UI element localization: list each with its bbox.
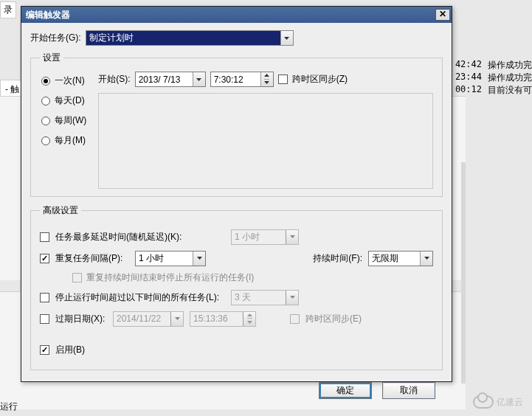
duration-label: 持续时间(F): xyxy=(313,252,362,265)
ok-button[interactable]: 确定 xyxy=(319,382,372,399)
start-time-value: 7:30:12 xyxy=(211,74,260,85)
radio-icon xyxy=(41,77,50,86)
begin-task-label: 开始任务(G): xyxy=(30,32,81,44)
cancel-button[interactable]: 取消 xyxy=(382,382,435,399)
duration-combo[interactable]: 无限期 xyxy=(368,251,433,266)
expire-time-spinner: 15:13:36 xyxy=(190,311,256,327)
advanced-legend: 高级设置 xyxy=(40,204,81,217)
expire-date-picker: 2014/11/22 xyxy=(113,311,184,327)
edit-trigger-dialog: 编辑触发器 ✕ 开始任务(G): 制定计划时 设置 一次(N) 每天(D) 每周… xyxy=(21,6,452,382)
chevron-down-icon xyxy=(286,291,298,305)
bg-log-rows: 42:42操作成功完 23:44操作成功完 00:12目前没有可 xyxy=(455,59,532,97)
tz-sync-label: 跨时区同步(Z) xyxy=(292,73,348,86)
tz-sync-checkbox[interactable] xyxy=(278,74,288,84)
enabled-label: 启用(B) xyxy=(55,344,85,356)
radio-icon xyxy=(41,136,50,145)
radio-once[interactable]: 一次(N) xyxy=(41,74,86,87)
chevron-down-icon xyxy=(420,252,432,266)
enabled-checkbox[interactable] xyxy=(40,345,49,355)
watermark: 亿速云 xyxy=(473,395,523,409)
radio-monthly[interactable]: 每月(M) xyxy=(41,134,86,147)
spinner-arrows-icon xyxy=(260,72,273,86)
stop-if-longer-combo: 3 天 xyxy=(231,290,299,305)
delay-label: 任务最多延迟时间(随机延迟)(K): xyxy=(55,231,225,243)
chevron-down-icon xyxy=(280,31,293,45)
titlebar[interactable]: 编辑触发器 ✕ xyxy=(21,7,452,23)
delay-combo: 1 小时 xyxy=(231,229,299,245)
repeat-checkbox[interactable] xyxy=(40,254,49,263)
expire-checkbox[interactable] xyxy=(40,314,49,324)
repeat-interval-combo[interactable]: 1 小时 xyxy=(135,251,206,266)
radio-weekly[interactable]: 每周(W) xyxy=(41,114,86,127)
chevron-down-icon xyxy=(193,72,205,86)
chevron-down-icon xyxy=(286,230,298,244)
chevron-down-icon xyxy=(193,252,205,266)
bg-msg: 操作成功完 xyxy=(488,72,532,84)
radio-daily[interactable]: 每天(D) xyxy=(41,94,86,107)
start-time-spinner[interactable]: 7:30:12 xyxy=(210,72,274,87)
stop-after-repeat-label: 重复持续时间结束时停止所有运行的任务(I) xyxy=(86,271,254,284)
begin-task-value: 制定计划时 xyxy=(86,32,280,44)
delay-checkbox[interactable] xyxy=(40,232,49,242)
chevron-down-icon xyxy=(170,312,183,326)
bg-time: 42:42 xyxy=(455,59,482,72)
start-date-value: 2013/ 7/13 xyxy=(136,74,193,85)
radio-icon xyxy=(41,117,50,125)
tz-sync2-checkbox xyxy=(290,314,300,324)
start-label: 开始(S): xyxy=(98,73,130,86)
begin-task-combo[interactable]: 制定计划时 xyxy=(86,30,294,46)
tz-sync2-label: 跨时区同步(E) xyxy=(305,313,362,325)
repeat-label: 重复任务间隔(P): xyxy=(55,252,129,265)
start-date-picker[interactable]: 2013/ 7/13 xyxy=(135,72,206,87)
schedule-radios: 一次(N) 每天(D) 每周(W) 每月(M) xyxy=(40,72,86,189)
bg-time: 23:44 xyxy=(455,72,482,84)
settings-group: 设置 一次(N) 每天(D) 每周(W) 每月(M) 开始(S): 2013/ … xyxy=(30,52,443,197)
bg-msg: 目前没有可 xyxy=(488,84,532,97)
stop-if-longer-checkbox[interactable] xyxy=(40,293,49,302)
schedule-detail-panel xyxy=(98,93,433,189)
advanced-group: 高级设置 任务最多延迟时间(随机延迟)(K): 1 小时 重复任务间隔(P): … xyxy=(30,204,443,370)
expire-label: 过期日期(X): xyxy=(55,313,107,325)
settings-legend: 设置 xyxy=(40,52,63,64)
dialog-title: 编辑触发器 xyxy=(26,9,435,21)
bg-record-tab: 录 xyxy=(0,1,16,18)
bg-running: 运行 xyxy=(0,401,18,413)
bg-scrollbar xyxy=(461,162,466,384)
close-button[interactable]: ✕ xyxy=(435,9,450,21)
bg-time: 00:12 xyxy=(455,84,482,97)
stop-if-longer-label: 停止运行时间超过以下时间的所有任务(L): xyxy=(55,291,225,304)
stop-after-repeat-checkbox xyxy=(72,273,82,282)
radio-icon xyxy=(41,97,50,105)
spinner-arrows-icon xyxy=(243,312,255,326)
bg-msg: 操作成功完 xyxy=(488,59,532,72)
